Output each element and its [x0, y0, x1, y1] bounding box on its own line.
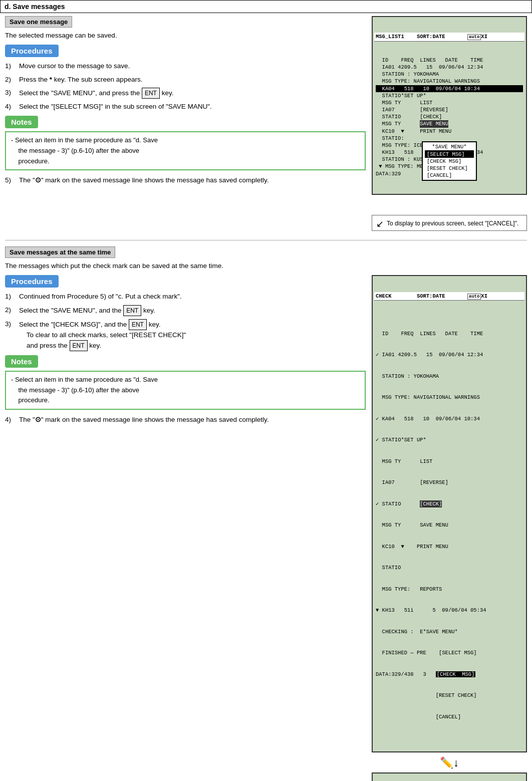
submenu1-item4: [CANCEL] — [425, 172, 474, 179]
section-divider — [5, 240, 527, 240]
screen1-col: MSG_LIST1 SORT:DATE autoXI ID FREQ LINES… — [372, 16, 527, 231]
section2-header: Save messages at the same time — [5, 246, 115, 258]
section1-left: Save one message The selected message ca… — [5, 16, 366, 190]
step-1-2: 2) Press the * key. The sub screen appea… — [5, 75, 366, 85]
down-arrow-icon: ✏️↓ — [372, 756, 527, 769]
submenu1-item2: [CHECK MSG] — [425, 158, 474, 165]
step-1-4: 4) Select the "[SELECT MSG]" in the sub … — [5, 102, 366, 112]
section1-block: Save one message The selected message ca… — [5, 16, 527, 231]
notes-box-2: Notes — [5, 355, 38, 368]
screen1-wrapper: MSG_LIST1 SORT:DATE autoXI ID FREQ LINES… — [372, 16, 527, 231]
notes-content-2: - Select an item in the same procedure a… — [5, 371, 366, 410]
notes-content-1: - Select an item in the same procedure a… — [5, 131, 366, 170]
step-2-3: 3) Select the "[CHECK MSG]", and the ENT… — [5, 319, 366, 351]
step-2-1: 1) Continued from Procedure 5) of "c. Pu… — [5, 292, 366, 302]
annotation1-box: ↙ To display to previous screen, select … — [372, 215, 527, 231]
step-1-3: 3) Select the "SAVE MENU", and press the… — [5, 88, 366, 99]
step-list-2: 1) Continued from Procedure 5) of "c. Pu… — [5, 292, 366, 351]
section2-two-col: Procedures 1) Continued from Procedure 5… — [5, 275, 527, 781]
step-1-5: 5) The "⊙" mark on the saved message lin… — [5, 175, 366, 185]
step-list-1: 1) Move cursor to the message to save. 2… — [5, 61, 366, 112]
screen2-mockup: CHECK SORT:DATE autoXI ID FREQ LINES DAT… — [372, 275, 527, 752]
step-2-2: 2) Select the "SAVE MENU", and the ENT k… — [5, 305, 366, 316]
submenu1-title: *SAVE MENU* — [425, 143, 474, 151]
step-list-2b: 4) The "⊙" mark on the saved message lin… — [5, 415, 366, 425]
section1-header: Save one message — [5, 16, 72, 28]
step-list-1b: 5) The "⊙" mark on the saved message lin… — [5, 175, 366, 185]
section2-left: Procedures 1) Continued from Procedure 5… — [5, 275, 366, 429]
step-2-4: 4) The "⊙" mark on the saved message lin… — [5, 415, 366, 425]
screen1-submenu: *SAVE MENU* [SELECT MSG] [CHECK MSG] [RE… — [422, 141, 532, 181]
section1-description: The selected message can be saved. — [5, 31, 366, 41]
screen2-header: CHECK SORT:DATE autoXI — [374, 292, 524, 301]
annotation1-content: ↙ To display to previous screen, select … — [376, 219, 522, 228]
arrow-icon: ↙ — [376, 219, 384, 228]
screen3-mockup: MSG_LIST1 SORT:DATE autoXI ID FREQ LINES… — [372, 772, 527, 781]
screen1-header: MSG_LIST1 SORT:DATE autoXI — [374, 33, 524, 41]
submenu1-item3: [RESET CHECK] — [425, 165, 474, 172]
procedures-box-2: Procedures — [5, 275, 59, 288]
notes-box-1: Notes — [5, 116, 38, 128]
section2-block: Save messages at the same time The messa… — [5, 246, 527, 781]
step-1-1: 1) Move cursor to the message to save. — [5, 61, 366, 71]
procedures-box-1: Procedures — [5, 45, 59, 57]
section2-description: The messages which put the check mark ca… — [5, 261, 527, 271]
screen2-body: ID FREQ LINES DATE TIME ✓ IA01 4209.5 15… — [374, 315, 524, 735]
submenu1-item1: [SELECT MSG] — [425, 151, 474, 158]
page-title: d. Save messages — [0, 0, 532, 13]
annotation1-text: To display to previous screen, select "[… — [387, 219, 518, 228]
screen2-col: CHECK SORT:DATE autoXI ID FREQ LINES DAT… — [372, 275, 527, 781]
